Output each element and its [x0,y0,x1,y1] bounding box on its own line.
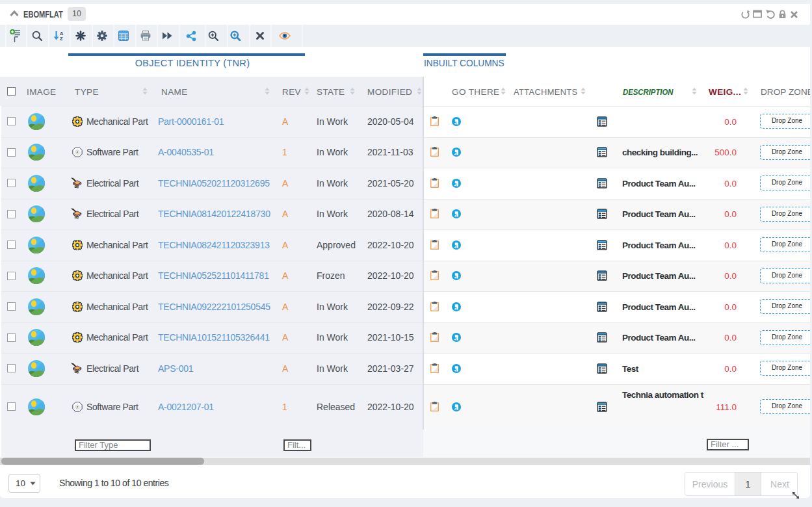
svg-text:Z: Z [60,36,63,41]
